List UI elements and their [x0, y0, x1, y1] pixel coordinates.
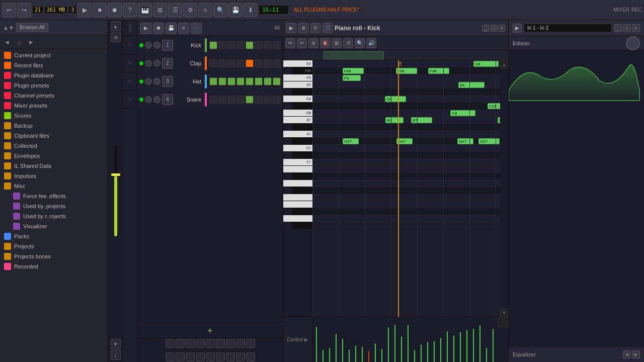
- sidebar-item-recorded[interactable]: Recorded: [0, 261, 108, 272]
- help-button[interactable]: ?: [123, 3, 137, 17]
- kick-name[interactable]: Kick: [175, 42, 203, 48]
- velocity-stem-5[interactable]: [349, 349, 350, 362]
- key-f#7[interactable]: [292, 152, 312, 159]
- note-f#8-2[interactable]: F#8: [396, 68, 417, 74]
- clap-solo-btn[interactable]: [153, 60, 160, 67]
- kick-step-0[interactable]: [209, 41, 217, 49]
- velocity-stem-27[interactable]: [493, 329, 494, 362]
- pr-loop-btn[interactable]: ↻: [310, 23, 320, 33]
- kick-number[interactable]: 1: [162, 40, 173, 51]
- hat-step-1[interactable]: [218, 77, 226, 85]
- key-a#7[interactable]: [292, 124, 312, 131]
- snare-step-4[interactable]: [246, 96, 254, 104]
- velocity-stem-7[interactable]: [362, 347, 363, 362]
- play-button[interactable]: ▶: [77, 3, 92, 17]
- add-channel-button[interactable]: +: [137, 324, 283, 338]
- sidebar-item-projects-bones[interactable]: Projects bones: [0, 251, 108, 261]
- velocity-stem-8[interactable]: [368, 351, 369, 362]
- snare-name[interactable]: Snare: [175, 97, 203, 103]
- snare-step-1[interactable]: [218, 96, 226, 104]
- sidebar-item-channel-presets[interactable]: Channel presets: [0, 90, 108, 101]
- key-a#6[interactable]: [292, 208, 312, 215]
- pctrl-9[interactable]: [166, 352, 175, 361]
- sidebar-item-visualizer[interactable]: Visualizer: [0, 221, 108, 231]
- key-e8[interactable]: E8: [283, 81, 312, 88]
- control-content[interactable]: [312, 317, 498, 362]
- velocity-stem-23[interactable]: [466, 330, 467, 362]
- sidebar-item-recent-files[interactable]: Recent files: [0, 60, 108, 70]
- clap-name[interactable]: Clap: [175, 60, 203, 66]
- pr-minimize-btn[interactable]: _: [482, 25, 489, 32]
- kick-step-6[interactable]: [264, 41, 272, 49]
- eq-right-btn[interactable]: ►: [632, 350, 640, 358]
- mixer-button[interactable]: ⊞: [153, 3, 167, 17]
- cr-more-btn[interactable]: ⋯: [191, 23, 202, 34]
- velocity-stem-25[interactable]: [479, 325, 480, 362]
- key-d7[interactable]: [283, 180, 312, 187]
- pctrl-11[interactable]: [186, 352, 195, 361]
- save-button[interactable]: 💾: [228, 3, 243, 17]
- eq-left-btn[interactable]: ◄: [623, 350, 631, 358]
- redo-button[interactable]: ↪: [17, 3, 31, 17]
- hat-step-5[interactable]: [255, 77, 263, 85]
- key-c#7[interactable]: [292, 187, 312, 194]
- strip-btn-down[interactable]: ▼: [111, 339, 121, 349]
- hat-number[interactable]: 3: [162, 76, 173, 87]
- pctrl-14[interactable]: [216, 352, 225, 361]
- velocity-stem-1[interactable]: [323, 350, 324, 362]
- pctrl-6[interactable]: [226, 339, 235, 348]
- cr-play-btn[interactable]: ▶: [140, 23, 151, 34]
- pctrl-17[interactable]: [246, 352, 255, 361]
- kick-step-1[interactable]: [218, 41, 226, 49]
- kick-solo-btn[interactable]: [153, 42, 160, 49]
- clap-step-6[interactable]: [264, 59, 272, 67]
- channels-button[interactable]: ☰: [168, 3, 182, 17]
- sidebar-icon-left[interactable]: ◄: [2, 37, 12, 47]
- note-g#7-1[interactable]: G#7: [343, 138, 359, 144]
- key-f8[interactable]: F8: [283, 74, 312, 81]
- clap-mute-btn[interactable]: [145, 60, 152, 67]
- kick-step-2[interactable]: [227, 41, 235, 49]
- rs-minimize-btn[interactable]: _: [614, 24, 622, 32]
- snare-step-5[interactable]: [255, 96, 263, 104]
- velocity-stem-2[interactable]: [329, 348, 330, 362]
- pr-magnet-btn[interactable]: ⊛: [298, 23, 308, 33]
- key-a6[interactable]: [283, 215, 312, 222]
- ctrl-minimize-btn[interactable]: −: [498, 317, 508, 327]
- note-e8-1[interactable]: E8: [458, 82, 485, 88]
- record-button[interactable]: ⏺: [108, 3, 122, 17]
- pctrl-3[interactable]: [196, 339, 205, 348]
- hat-step-2[interactable]: [227, 77, 235, 85]
- velocity-stem-15[interactable]: [414, 350, 415, 362]
- pr-tool-2[interactable]: ✂: [297, 38, 307, 48]
- sidebar-item-clipboard-files[interactable]: Clipboard files: [0, 131, 108, 141]
- clap-step-2[interactable]: [227, 59, 235, 67]
- note-b7-1[interactable]: B7: [385, 117, 404, 123]
- kick-step-4[interactable]: [246, 41, 254, 49]
- sidebar-item-used-by-projects[interactable]: Used by..projects: [0, 201, 108, 211]
- key-f#8[interactable]: F#8: [292, 67, 312, 74]
- fader-handle[interactable]: [111, 173, 120, 176]
- sidebar-item-plugin-database[interactable]: Plugin database: [0, 70, 108, 80]
- key-b7[interactable]: B7: [283, 117, 312, 124]
- pr-close-btn[interactable]: ×: [498, 25, 505, 32]
- velocity-stem-14[interactable]: [408, 325, 409, 362]
- velocity-stem-21[interactable]: [453, 335, 454, 362]
- sidebar-icon-right[interactable]: ►: [26, 37, 36, 47]
- piano-roll-minimap[interactable]: [283, 50, 508, 60]
- note-f#8-1[interactable]: F#8: [343, 68, 364, 74]
- hat-solo-btn[interactable]: [153, 78, 160, 85]
- key-c#8[interactable]: [292, 103, 312, 110]
- key-e7[interactable]: [283, 166, 312, 173]
- velocity-stem-22[interactable]: [460, 332, 461, 362]
- sidebar-item-misc[interactable]: Misc: [0, 181, 108, 191]
- pr-tool-6[interactable]: ↺: [343, 38, 353, 48]
- clap-step-3[interactable]: [236, 59, 245, 67]
- note-b7-2[interactable]: B7: [411, 117, 432, 123]
- key-a7[interactable]: A7: [283, 131, 312, 138]
- pctrl-2[interactable]: [186, 339, 195, 348]
- scroll-track[interactable]: [500, 68, 508, 309]
- snap-button[interactable]: ⊹: [198, 3, 212, 17]
- velocity-stem-17[interactable]: [427, 342, 428, 362]
- pr-tool-4[interactable]: 🔇: [320, 38, 330, 48]
